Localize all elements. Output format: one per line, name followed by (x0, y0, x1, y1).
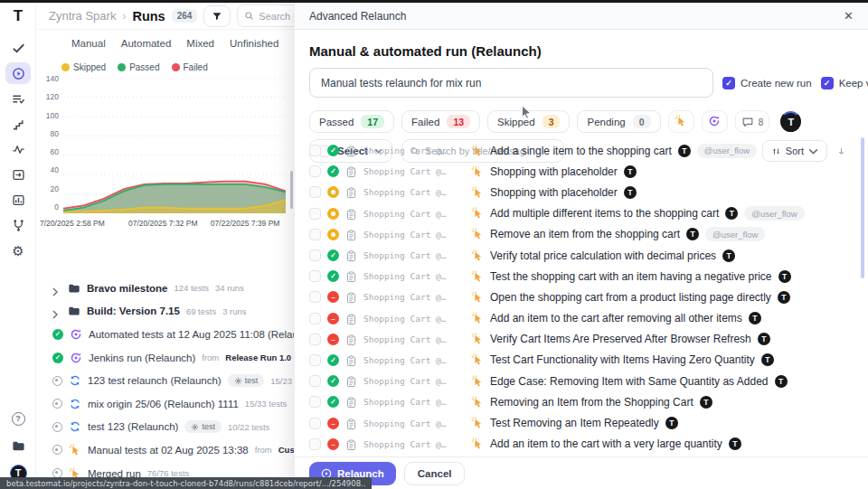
run-title: Automated tests at 12 Aug 2025 11:08 (Re… (89, 329, 300, 340)
create-new-run-checkbox[interactable]: ✓ Create new run (722, 77, 812, 89)
clipboard-icon (345, 291, 357, 303)
status-failed-icon: – (327, 418, 339, 429)
sidebar-item-settings[interactable]: ⚙ (5, 240, 31, 261)
owner-badge: T (700, 396, 712, 409)
test-checkbox[interactable] (309, 208, 321, 220)
sidebar-item-help[interactable]: ? (5, 408, 31, 429)
check-icon (12, 42, 25, 55)
chart-x-axis: 7/20/2025 2:58 PM07/20/2025 7:32 PM07/22… (40, 219, 297, 231)
test-row[interactable]: –Shopping Cart @…Open the shopping cart … (295, 287, 859, 307)
filter-pending[interactable]: Pending0 (577, 110, 660, 133)
test-row[interactable]: ✓Shopping Cart @…Verify total price calc… (295, 245, 859, 266)
tab-unfinished[interactable]: Unfinished (230, 38, 278, 49)
test-row[interactable]: –Shopping Cart @…Test Removing an Item R… (295, 412, 859, 433)
test-row[interactable]: ✓Shopping Cart @…Edge Case: Removing Ite… (295, 371, 859, 391)
test-row[interactable]: ✓Shopping Cart @…Test the shopping cart … (295, 266, 859, 287)
manual-test-icon (471, 186, 484, 199)
tab-automated[interactable]: Automated (121, 38, 172, 49)
status-passed-icon: ✓ (327, 354, 339, 366)
sidebar-item-pull[interactable] (5, 164, 31, 185)
test-checkbox[interactable] (309, 418, 321, 429)
test-row[interactable]: ✓Shopping Cart @…Add a single item to th… (295, 140, 859, 161)
test-checkbox[interactable] (309, 354, 321, 366)
panel-scrollbar-thumb[interactable] (861, 137, 864, 278)
sidebar-nav: ⚙ (0, 37, 36, 261)
clipboard-icon (345, 396, 357, 408)
window-top-edge (0, 0, 868, 3)
tab-manual[interactable]: Manual (71, 38, 106, 49)
run-tree-item[interactable]: Bravo milestone124 tests34 runs (36, 277, 300, 300)
clipboard-icon (345, 438, 357, 450)
manual-test-icon (471, 353, 484, 366)
test-checkbox[interactable] (309, 186, 321, 198)
test-checkbox[interactable] (309, 229, 321, 240)
test-checkbox[interactable] (309, 313, 321, 324)
test-row[interactable]: ✓Shopping Cart @…Removing an Item from t… (295, 391, 859, 412)
breadcrumb-project[interactable]: Zyntra Spark (49, 9, 116, 23)
test-checkbox[interactable] (309, 334, 321, 345)
run-name-input[interactable] (309, 68, 713, 98)
test-row[interactable]: ✓Shopping Cart @…Shopping with placehold… (295, 161, 859, 182)
run-tree-item[interactable]: Manual tests at 02 Aug 2025 13:38fromCus… (36, 438, 300, 462)
manual-test-icon (675, 115, 688, 128)
filter-manual-button[interactable] (668, 110, 694, 133)
sidebar-item-runs[interactable] (5, 62, 31, 84)
run-tree-item[interactable]: test 123 (Relaunch)test10/22 tests (36, 416, 300, 439)
relaunch-heading: Manual & automated run (Relaunch) (295, 30, 868, 68)
cancel-button[interactable]: Cancel (404, 462, 466, 485)
test-title: Verify total price calculation with deci… (490, 249, 716, 262)
sidebar-item-analytics[interactable] (5, 138, 31, 160)
expand-chevron-icon[interactable] (52, 284, 61, 293)
test-checkbox[interactable] (309, 438, 321, 450)
test-checkbox[interactable] (309, 165, 321, 177)
filter-count-badge: 13 (447, 115, 470, 128)
left-scrollbar-thumb[interactable] (290, 171, 293, 209)
sidebar-item-tests[interactable] (5, 37, 31, 59)
stairs-icon (12, 118, 25, 131)
sidebar-item-test-plans[interactable] (5, 88, 31, 109)
run-tree-item[interactable]: ✓Automated tests at 12 Aug 2025 11:08 (R… (36, 323, 300, 346)
app-logo[interactable]: T (0, 3, 36, 30)
test-row[interactable]: –Shopping Cart @…Add an item to the cart… (295, 308, 859, 329)
test-row[interactable]: –Shopping Cart @…Add an item to the cart… (295, 434, 859, 455)
test-row[interactable]: –Shopping Cart @…Verify Cart Items Are P… (295, 329, 859, 350)
test-checkbox[interactable] (309, 375, 321, 387)
test-title: Shopping with placeholder (490, 165, 618, 178)
filter-failed[interactable]: Failed13 (401, 110, 480, 133)
sidebar-item-reports[interactable] (5, 189, 31, 211)
run-tree-item[interactable]: Build: Version 7.1569 tests3 runs (36, 300, 300, 324)
test-checkbox[interactable] (309, 270, 321, 282)
status-failed-icon: – (327, 334, 339, 345)
auto-run-icon (70, 328, 82, 341)
tab-mixed[interactable]: Mixed (186, 38, 214, 49)
status-passed-icon: ✓ (52, 353, 63, 363)
test-checkbox[interactable] (309, 249, 321, 261)
sidebar-item-milestones[interactable] (5, 113, 31, 135)
manual-test-icon (471, 207, 484, 220)
expand-chevron-icon[interactable] (52, 306, 61, 315)
test-row[interactable]: Shopping Cart @…Shopping with placeholde… (295, 182, 859, 202)
test-row[interactable]: Shopping Cart @…Remove an item from the … (295, 224, 859, 245)
filter-automated-button[interactable] (702, 110, 728, 133)
close-icon[interactable]: ✕ (844, 10, 854, 22)
test-checkbox[interactable] (309, 396, 321, 408)
test-checkbox[interactable] (309, 145, 321, 156)
run-tree-item[interactable]: ✓Jenkins run (Relaunch)fromRelease Run 1… (36, 346, 300, 370)
x-tick-label: 07/22/2025 7:39 PM (211, 219, 280, 228)
run-tree-item[interactable]: 123 test relaunch (Relaunch)test15/23 te… (36, 369, 300, 392)
filter-comments-button[interactable]: 8 (735, 110, 770, 133)
sidebar-item-projects[interactable] (5, 435, 31, 456)
owner-badge: T (775, 375, 788, 388)
test-row[interactable]: ✓Shopping Cart @…Test Cart Functionality… (295, 350, 859, 371)
assignee-avatar[interactable]: T (780, 111, 801, 132)
filter-passed[interactable]: Passed17 (309, 110, 394, 133)
test-suite-path: Shopping Cart @… (363, 230, 465, 240)
keep-values-checkbox[interactable]: ✓ Keep values ? (821, 77, 868, 89)
test-row[interactable]: Shopping Cart @…Add multiple different i… (295, 203, 859, 224)
sidebar-item-branches[interactable] (5, 214, 31, 236)
filter-button[interactable] (203, 5, 231, 27)
run-meta: from (202, 353, 219, 362)
run-tree-item[interactable]: mix origin 25/06 (Relaunch) 111115/33 te… (36, 392, 300, 416)
test-checkbox[interactable] (309, 291, 321, 303)
owner-badge: T (729, 437, 741, 450)
